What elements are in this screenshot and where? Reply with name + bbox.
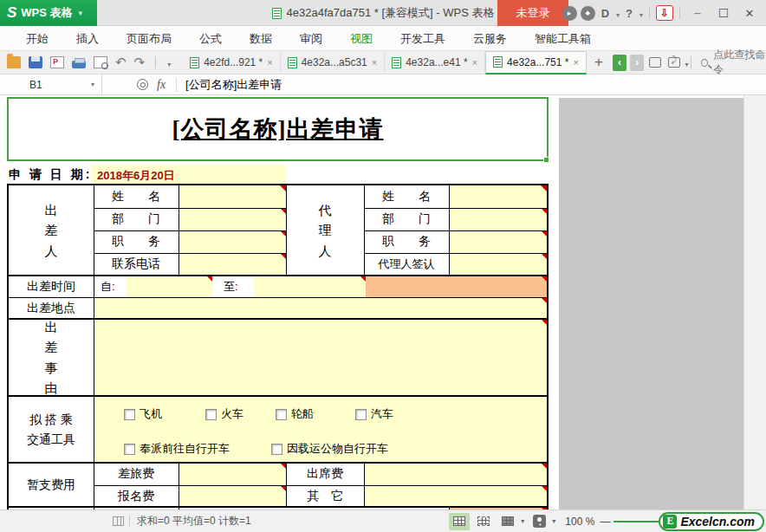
close-tab-icon[interactable] [372, 57, 377, 68]
checkbox-label: 火车 [221, 406, 243, 422]
menu-item-dev-tools[interactable]: 开发工具 [386, 26, 459, 51]
menu-item-formulas[interactable]: 公式 [185, 26, 236, 51]
document-tab[interactable]: 4e32a...a5c31 [281, 51, 386, 75]
menu-item-smart-toolbox[interactable]: 智能工具箱 [521, 26, 605, 51]
checkbox-train[interactable] [205, 409, 217, 420]
reading-mode-button[interactable] [529, 513, 549, 530]
menu-item-review[interactable]: 审阅 [286, 26, 336, 51]
menu-item-insert[interactable]: 插入 [62, 26, 113, 51]
print-icon[interactable] [72, 61, 86, 68]
grid-line [9, 297, 547, 298]
save-icon[interactable] [29, 56, 42, 68]
vertical-scrollbar[interactable] [743, 95, 766, 509]
open-file-icon[interactable] [7, 56, 21, 68]
trip-reason-label: 出差事由 [9, 319, 94, 396]
checkbox-car[interactable] [355, 409, 367, 420]
page-layout-view-button[interactable] [497, 513, 518, 530]
redo-icon[interactable]: ↷ [134, 56, 146, 68]
undo-icon[interactable]: ↶ [115, 56, 127, 68]
share-icon[interactable] [668, 57, 680, 68]
new-document-button[interactable] [587, 54, 611, 71]
wps-app-menu-button[interactable]: S WPS 表格 ▾ [0, 0, 97, 26]
input-cell-attendance-fee[interactable] [364, 463, 547, 485]
page-break-view-button[interactable] [473, 513, 494, 530]
input-cell-agent-title[interactable] [449, 230, 547, 253]
chevron-down-icon[interactable] [552, 517, 555, 525]
selection-fill-handle[interactable] [543, 157, 549, 163]
menu-item-view[interactable]: 视图 [336, 26, 386, 51]
input-cell-registration-fee[interactable] [179, 485, 286, 507]
highlight-cell-time[interactable] [366, 276, 547, 297]
close-tab-icon[interactable] [472, 57, 477, 68]
community-icon[interactable] [562, 6, 577, 21]
customize-toolbar-icon[interactable] [166, 55, 171, 70]
comment-marker-icon [541, 297, 547, 303]
zoom-out-button[interactable] [600, 516, 610, 528]
document-tab-active[interactable]: 4e32a...751 * [485, 51, 587, 75]
minimize-button[interactable] [686, 0, 709, 26]
input-cell-traveler-name[interactable] [179, 185, 286, 208]
input-cell-agent-name[interactable] [449, 185, 547, 208]
close-tab-icon[interactable] [267, 57, 272, 68]
document-tab[interactable]: 4e2fd...921 * [183, 51, 281, 75]
checkbox-label: 汽车 [371, 406, 393, 422]
maximize-button[interactable] [712, 0, 735, 26]
insert-function-icon[interactable]: fx [157, 78, 166, 92]
prev-tab-button[interactable] [613, 55, 626, 71]
trip-place-label: 出差地点 [9, 297, 94, 319]
checkbox-plane[interactable] [124, 409, 135, 420]
input-cell-time-to[interactable] [254, 276, 366, 297]
grid-line [94, 485, 547, 486]
menu-item-cloud[interactable]: 云服务 [459, 26, 521, 51]
input-cell-traveler-title[interactable] [179, 230, 286, 253]
input-cell-agent-sign[interactable] [449, 253, 547, 276]
app-name: WPS 表格 [21, 5, 72, 21]
close-button[interactable] [738, 0, 761, 26]
worksheet-area[interactable]: [公司名称]出差申请 申 请 日 期: 2018年6月20日 出差人 代理人 姓… [0, 95, 766, 509]
next-tab-button[interactable] [630, 55, 644, 71]
close-tab-icon[interactable] [573, 57, 578, 68]
export-pdf-icon[interactable] [50, 56, 64, 68]
update-download-icon[interactable] [656, 5, 673, 21]
chevron-down-icon[interactable] [91, 81, 94, 88]
input-cell-reason[interactable] [94, 319, 547, 396]
locate-icon[interactable] [137, 79, 148, 90]
field-label: 部 门 [364, 208, 449, 230]
checkbox-self-drive-cargo[interactable] [271, 444, 282, 455]
login-button[interactable]: 未登录 [497, 0, 568, 26]
input-cell-traveler-phone[interactable] [179, 253, 286, 276]
zoom-level: 100 % [565, 516, 594, 528]
formula-input[interactable]: [公司名称]出差申请 [185, 77, 282, 93]
member-gem-icon[interactable] [581, 6, 595, 21]
command-search-input[interactable]: 点此查找命令 [701, 48, 766, 77]
selected-cell-b1[interactable]: [公司名称]出差申请 [7, 97, 549, 161]
session-icon[interactable] [649, 57, 661, 68]
input-cell-place[interactable] [94, 297, 547, 319]
help-icon[interactable] [623, 7, 635, 20]
skin-settings-icon[interactable] [599, 7, 612, 20]
transport-option: 汽车 [355, 406, 393, 422]
document-tab-strip: 4e2fd...921 * 4e32a...a5c31 4e32a...e41 … [183, 51, 587, 75]
menu-item-data[interactable]: 数据 [236, 26, 286, 51]
checkbox-ship[interactable] [276, 409, 287, 420]
input-cell-travel-fee[interactable] [179, 463, 286, 485]
normal-view-button[interactable] [449, 513, 470, 530]
input-cell-time-from[interactable] [126, 276, 212, 297]
excelcn-watermark: E Excelcn.com [659, 512, 764, 531]
chevron-down-icon[interactable] [521, 517, 524, 525]
input-cell-agent-dept[interactable] [449, 208, 547, 230]
checkbox-self-drive-assigned[interactable] [124, 444, 135, 455]
trip-time-cell[interactable]: 自: 至: [94, 276, 547, 297]
name-box[interactable]: B1 [0, 75, 102, 95]
input-cell-other-fee[interactable] [364, 485, 547, 507]
grid-icon [453, 516, 465, 526]
transport-option: 飞机 [124, 406, 162, 422]
input-cell-traveler-dept[interactable] [179, 208, 286, 230]
zoom-slider[interactable] [613, 521, 659, 522]
qat-icons: ↶ ↷ [0, 55, 178, 70]
menu-item-page-layout[interactable]: 页面布局 [113, 26, 185, 51]
grid-line [9, 318, 547, 320]
print-preview-icon[interactable] [94, 56, 107, 68]
menu-item-home[interactable]: 开始 [12, 26, 62, 51]
document-tab[interactable]: 4e32a...e41 * [385, 51, 485, 75]
